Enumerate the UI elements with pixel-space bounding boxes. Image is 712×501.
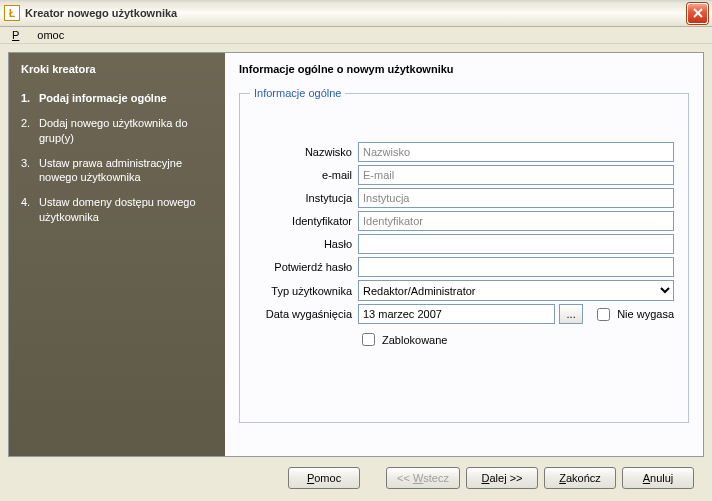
nie-wygasa-checkbox[interactable] [597,308,610,321]
wizard-step-3: 3. Ustaw prawa administracyjne nowego uż… [21,156,213,186]
wizard-step-label: Dodaj nowego użytkownika do grup(y) [39,116,213,146]
wizard-step-label: Ustaw prawa administracyjne nowego użytk… [39,156,213,186]
data-wygasniecia-field[interactable] [358,304,555,324]
label-potwierdz: Potwierdź hasło [254,261,358,273]
wizard-step-1: 1. Podaj informacje ogólne [21,91,213,106]
nie-wygasa-label: Nie wygasa [617,308,674,320]
sidebar-heading: Kroki kreatora [21,63,213,75]
potwierdz-haslo-field[interactable] [358,257,674,277]
nazwisko-field[interactable] [358,142,674,162]
close-icon [693,8,703,18]
titlebar: Ł Kreator nowego użytkownika [0,0,712,27]
close-button[interactable] [687,3,708,24]
menu-help[interactable]: Pomoc [6,27,76,43]
menubar: Pomoc [0,27,712,44]
window-title: Kreator nowego użytkownika [25,7,687,19]
wizard-main: Informacje ogólne o nowym użytkowniku In… [225,53,703,456]
wizard-step-label: Ustaw domeny dostępu nowego użytkownika [39,195,213,225]
menu-help-text: omoc [31,27,70,43]
wizard-step-label: Podaj informacje ogólne [39,91,167,106]
date-picker-button[interactable]: ... [559,304,583,324]
email-field[interactable] [358,165,674,185]
label-nazwisko: Nazwisko [254,146,358,158]
zablokowane-checkbox[interactable] [362,333,375,346]
label-instytucja: Instytucja [254,192,358,204]
page-title: Informacje ogólne o nowym użytkowniku [239,63,689,75]
wizard-step-4: 4. Ustaw domeny dostępu nowego użytkowni… [21,195,213,225]
help-button[interactable]: Pomoc [288,467,360,489]
wizard-buttons: Pomoc << Wstecz Dalej >> Zakończ Anuluj [8,457,704,489]
cancel-button[interactable]: Anuluj [622,467,694,489]
wizard-content: Kroki kreatora 1. Podaj informacje ogóln… [8,52,704,457]
label-data: Data wygaśnięcia [254,308,358,320]
app-icon: Ł [4,5,20,21]
zablokowane-label: Zablokowane [382,334,447,346]
label-haslo: Hasło [254,238,358,250]
wizard-step-2: 2. Dodaj nowego użytkownika do grup(y) [21,116,213,146]
instytucja-field[interactable] [358,188,674,208]
group-legend: Informacje ogólne [250,87,345,99]
finish-button[interactable]: Zakończ [544,467,616,489]
next-button[interactable]: Dalej >> [466,467,538,489]
wizard-sidebar: Kroki kreatora 1. Podaj informacje ogóln… [9,53,225,456]
general-info-group: Informacje ogólne Nazwisko e-mail Instyt… [239,93,689,423]
haslo-field[interactable] [358,234,674,254]
identyfikator-field[interactable] [358,211,674,231]
label-typ: Typ użytkownika [254,285,358,297]
label-email: e-mail [254,169,358,181]
back-button: << Wstecz [386,467,460,489]
typ-uzytkownika-select[interactable]: Redaktor/Administrator [358,280,674,301]
label-identyfikator: Identyfikator [254,215,358,227]
